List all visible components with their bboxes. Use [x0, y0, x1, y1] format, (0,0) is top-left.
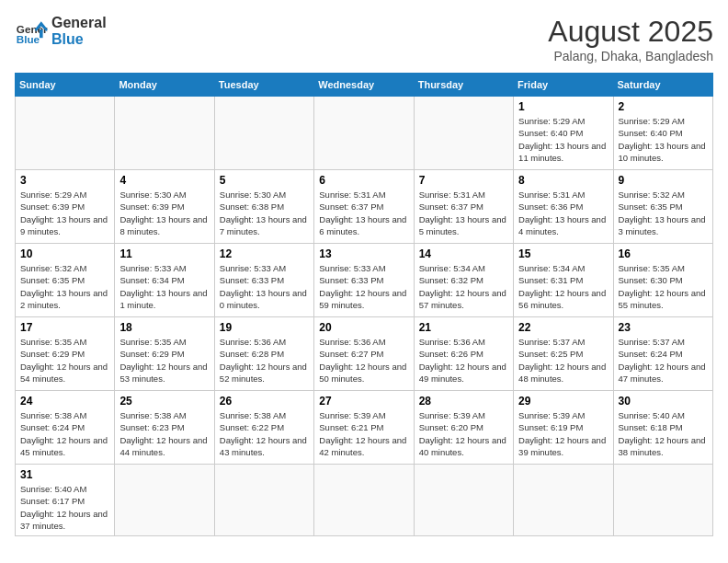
day-info: Sunrise: 5:39 AM Sunset: 6:19 PM Dayligh…: [518, 409, 608, 458]
calendar-cell: 13Sunrise: 5:33 AM Sunset: 6:33 PM Dayli…: [314, 244, 414, 317]
calendar-cell: 5Sunrise: 5:30 AM Sunset: 6:38 PM Daylig…: [214, 170, 313, 244]
day-info: Sunrise: 5:33 AM Sunset: 6:33 PM Dayligh…: [319, 262, 408, 311]
day-number: 6: [319, 174, 408, 187]
day-info: Sunrise: 5:34 AM Sunset: 6:31 PM Dayligh…: [518, 262, 608, 311]
day-info: Sunrise: 5:31 AM Sunset: 6:37 PM Dayligh…: [319, 189, 408, 237]
day-number: 10: [20, 247, 109, 260]
day-number: 17: [20, 321, 109, 334]
day-info: Sunrise: 5:40 AM Sunset: 6:18 PM Dayligh…: [619, 409, 708, 458]
calendar-title-area: August 2025 Palang, Dhaka, Bangladesh: [548, 15, 713, 63]
day-info: Sunrise: 5:35 AM Sunset: 6:30 PM Dayligh…: [619, 262, 708, 311]
calendar-cell: [16, 97, 115, 170]
day-number: 22: [518, 321, 608, 334]
day-number: 2: [619, 100, 708, 113]
day-info: Sunrise: 5:31 AM Sunset: 6:37 PM Dayligh…: [419, 189, 508, 237]
logo: General Blue General Blue: [15, 15, 107, 48]
day-info: Sunrise: 5:40 AM Sunset: 6:17 PM Dayligh…: [20, 483, 109, 532]
day-info: Sunrise: 5:35 AM Sunset: 6:29 PM Dayligh…: [20, 336, 109, 385]
day-info: Sunrise: 5:39 AM Sunset: 6:20 PM Dayligh…: [419, 409, 508, 458]
day-number: 25: [119, 395, 209, 408]
day-info: Sunrise: 5:37 AM Sunset: 6:24 PM Dayligh…: [619, 336, 708, 385]
day-number: 26: [220, 395, 309, 408]
calendar-week-4: 17Sunrise: 5:35 AM Sunset: 6:29 PM Dayli…: [16, 317, 713, 391]
svg-text:Blue: Blue: [17, 33, 40, 45]
day-info: Sunrise: 5:36 AM Sunset: 6:28 PM Dayligh…: [220, 336, 309, 385]
day-info: Sunrise: 5:29 AM Sunset: 6:39 PM Dayligh…: [20, 189, 109, 237]
calendar-cell: 3Sunrise: 5:29 AM Sunset: 6:39 PM Daylig…: [16, 170, 115, 244]
day-number: 4: [119, 174, 209, 187]
day-number: 31: [20, 468, 109, 481]
calendar-cell: 7Sunrise: 5:31 AM Sunset: 6:37 PM Daylig…: [414, 170, 513, 244]
day-number: 12: [220, 247, 309, 260]
day-info: Sunrise: 5:38 AM Sunset: 6:23 PM Dayligh…: [119, 409, 209, 458]
day-number: 18: [119, 321, 209, 334]
day-number: 27: [319, 395, 408, 408]
day-number: 7: [419, 174, 508, 187]
calendar-cell: 31Sunrise: 5:40 AM Sunset: 6:17 PM Dayli…: [16, 465, 115, 536]
calendar-cell: 15Sunrise: 5:34 AM Sunset: 6:31 PM Dayli…: [514, 244, 613, 317]
calendar-subtitle: Palang, Dhaka, Bangladesh: [548, 49, 713, 63]
calendar-cell: 4Sunrise: 5:30 AM Sunset: 6:39 PM Daylig…: [115, 170, 214, 244]
calendar-cell: 25Sunrise: 5:38 AM Sunset: 6:23 PM Dayli…: [115, 391, 214, 465]
day-number: 19: [220, 321, 309, 334]
calendar-cell: 9Sunrise: 5:32 AM Sunset: 6:35 PM Daylig…: [613, 170, 712, 244]
day-number: 23: [619, 321, 708, 334]
calendar-week-5: 24Sunrise: 5:38 AM Sunset: 6:24 PM Dayli…: [16, 391, 713, 465]
day-info: Sunrise: 5:31 AM Sunset: 6:36 PM Dayligh…: [518, 189, 608, 237]
calendar-cell: [414, 97, 513, 170]
logo-general-text: General: [51, 15, 107, 31]
day-info: Sunrise: 5:32 AM Sunset: 6:35 PM Dayligh…: [20, 262, 109, 311]
day-info: Sunrise: 5:33 AM Sunset: 6:34 PM Dayligh…: [119, 262, 209, 311]
day-info: Sunrise: 5:33 AM Sunset: 6:33 PM Dayligh…: [220, 262, 309, 311]
weekday-header-sunday: Sunday: [16, 74, 115, 97]
day-number: 29: [518, 395, 608, 408]
day-number: 30: [619, 395, 708, 408]
day-info: Sunrise: 5:39 AM Sunset: 6:21 PM Dayligh…: [319, 409, 408, 458]
calendar-cell: 23Sunrise: 5:37 AM Sunset: 6:24 PM Dayli…: [613, 317, 712, 391]
calendar-cell: [514, 465, 613, 536]
day-info: Sunrise: 5:32 AM Sunset: 6:35 PM Dayligh…: [619, 189, 708, 237]
day-info: Sunrise: 5:37 AM Sunset: 6:25 PM Dayligh…: [518, 336, 608, 385]
weekday-header-thursday: Thursday: [414, 74, 513, 97]
calendar-cell: 29Sunrise: 5:39 AM Sunset: 6:19 PM Dayli…: [514, 391, 613, 465]
logo-blue-text: Blue: [51, 31, 107, 48]
calendar-week-2: 3Sunrise: 5:29 AM Sunset: 6:39 PM Daylig…: [16, 170, 713, 244]
calendar-cell: 6Sunrise: 5:31 AM Sunset: 6:37 PM Daylig…: [314, 170, 414, 244]
weekday-header-friday: Friday: [514, 74, 613, 97]
calendar-cell: [314, 465, 414, 536]
day-number: 15: [518, 247, 608, 260]
calendar-cell: 14Sunrise: 5:34 AM Sunset: 6:32 PM Dayli…: [414, 244, 513, 317]
calendar-table: SundayMondayTuesdayWednesdayThursdayFrid…: [15, 73, 713, 536]
calendar-cell: 11Sunrise: 5:33 AM Sunset: 6:34 PM Dayli…: [115, 244, 214, 317]
calendar-cell: 30Sunrise: 5:40 AM Sunset: 6:18 PM Dayli…: [613, 391, 712, 465]
day-number: 8: [518, 174, 608, 187]
calendar-cell: 26Sunrise: 5:38 AM Sunset: 6:22 PM Dayli…: [214, 391, 313, 465]
weekday-header-tuesday: Tuesday: [214, 74, 313, 97]
day-number: 3: [20, 174, 109, 187]
weekday-header-saturday: Saturday: [613, 74, 712, 97]
calendar-cell: 17Sunrise: 5:35 AM Sunset: 6:29 PM Dayli…: [16, 317, 115, 391]
day-number: 20: [319, 321, 408, 334]
calendar-title: August 2025: [548, 15, 713, 49]
calendar-cell: 18Sunrise: 5:35 AM Sunset: 6:29 PM Dayli…: [115, 317, 214, 391]
calendar-cell: 24Sunrise: 5:38 AM Sunset: 6:24 PM Dayli…: [16, 391, 115, 465]
day-info: Sunrise: 5:34 AM Sunset: 6:32 PM Dayligh…: [419, 262, 508, 311]
weekday-header-monday: Monday: [115, 74, 214, 97]
calendar-cell: 16Sunrise: 5:35 AM Sunset: 6:30 PM Dayli…: [613, 244, 712, 317]
calendar-cell: 20Sunrise: 5:36 AM Sunset: 6:27 PM Dayli…: [314, 317, 414, 391]
day-info: Sunrise: 5:29 AM Sunset: 6:40 PM Dayligh…: [619, 115, 708, 164]
day-number: 16: [619, 247, 708, 260]
calendar-cell: [314, 97, 414, 170]
calendar-cell: [115, 97, 214, 170]
day-info: Sunrise: 5:38 AM Sunset: 6:24 PM Dayligh…: [20, 409, 109, 458]
calendar-cell: 12Sunrise: 5:33 AM Sunset: 6:33 PM Dayli…: [214, 244, 313, 317]
calendar-cell: 19Sunrise: 5:36 AM Sunset: 6:28 PM Dayli…: [214, 317, 313, 391]
day-number: 11: [119, 247, 209, 260]
calendar-cell: 21Sunrise: 5:36 AM Sunset: 6:26 PM Dayli…: [414, 317, 513, 391]
calendar-week-1: 1Sunrise: 5:29 AM Sunset: 6:40 PM Daylig…: [16, 97, 713, 170]
weekday-header-wednesday: Wednesday: [314, 74, 414, 97]
day-number: 9: [619, 174, 708, 187]
calendar-cell: [613, 465, 712, 536]
calendar-week-3: 10Sunrise: 5:32 AM Sunset: 6:35 PM Dayli…: [16, 244, 713, 317]
day-number: 24: [20, 395, 109, 408]
